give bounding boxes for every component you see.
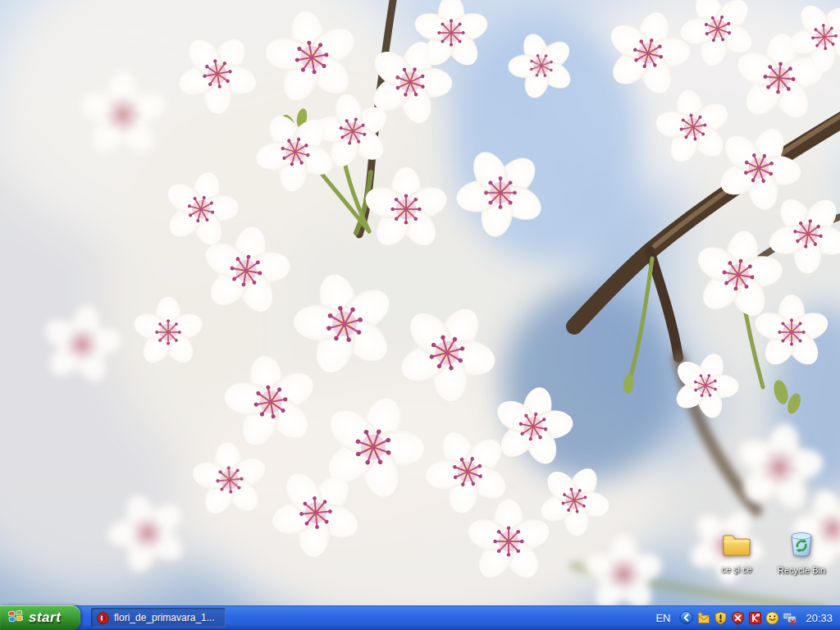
taskbar-task-area: flori_de_primavara_1... <box>80 605 651 630</box>
taskbar-task-label: flori_de_primavara_1... <box>114 612 215 623</box>
desktop-icon-label: Recycle Bin <box>776 565 827 576</box>
security-alert-shield-icon[interactable] <box>731 611 745 625</box>
language-indicator[interactable]: EN <box>655 612 670 624</box>
messenger-smiley-icon[interactable] <box>765 611 779 625</box>
folder-icon <box>721 532 752 561</box>
desktop-icon-recycle-bin[interactable]: Recycle Bin <box>769 529 833 577</box>
system-tray: EN <box>651 605 840 630</box>
taskbar: start flori_de_primavara_1... EN <box>0 605 840 630</box>
network-disconnected-icon[interactable] <box>783 611 797 625</box>
desktop-icon-label: ce şi ce <box>719 564 753 575</box>
wallpaper-cherry-blossoms <box>0 0 840 605</box>
start-button[interactable]: start <box>0 605 80 630</box>
recycle-bin-icon <box>788 529 815 562</box>
start-button-label: start <box>29 609 61 626</box>
image-viewer-icon <box>97 612 109 624</box>
security-warning-shield-icon[interactable] <box>714 611 728 625</box>
taskbar-task-flori-de-primavara[interactable]: flori_de_primavara_1... <box>91 608 226 628</box>
new-mail-icon[interactable] <box>696 611 710 625</box>
xp-desktop-screen: ce şi ce <box>0 0 840 630</box>
desktop-icon-folder[interactable]: ce şi ce <box>705 532 769 576</box>
show-hidden-icons-chevron[interactable] <box>679 611 693 625</box>
windows-logo-icon <box>7 608 24 628</box>
antivirus-icon[interactable] <box>748 611 762 625</box>
desktop-surface[interactable]: ce şi ce <box>0 0 840 605</box>
taskbar-clock[interactable]: 20:33 <box>806 612 833 624</box>
